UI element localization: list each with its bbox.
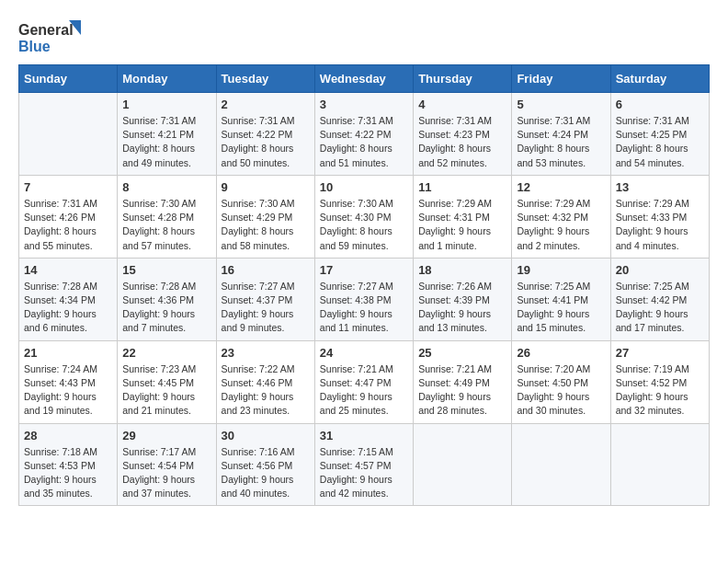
day-info: Sunrise: 7:19 AMSunset: 4:52 PMDaylight:… — [616, 362, 704, 419]
day-number: 4 — [418, 98, 506, 111]
calendar-day-cell: 27Sunrise: 7:19 AMSunset: 4:52 PMDayligh… — [610, 340, 709, 423]
day-info: Sunrise: 7:21 AMSunset: 4:47 PMDaylight:… — [320, 362, 408, 419]
day-number: 9 — [222, 180, 310, 194]
calendar-day-cell: 26Sunrise: 7:20 AMSunset: 4:50 PMDayligh… — [512, 340, 610, 423]
day-info: Sunrise: 7:27 AMSunset: 4:38 PMDaylight:… — [320, 280, 408, 336]
calendar-table: SundayMondayTuesdayWednesdayThursdayFrid… — [18, 64, 710, 506]
calendar-day-cell: 23Sunrise: 7:22 AMSunset: 4:46 PMDayligh… — [216, 340, 314, 423]
day-info: Sunrise: 7:30 AMSunset: 4:30 PMDaylight:… — [320, 197, 408, 253]
day-number: 26 — [517, 346, 605, 360]
day-number: 28 — [24, 429, 112, 442]
calendar-day-cell: 11Sunrise: 7:29 AMSunset: 4:31 PMDayligh… — [414, 175, 512, 258]
day-number: 24 — [320, 346, 408, 360]
day-number: 18 — [418, 263, 506, 277]
day-number: 22 — [122, 346, 210, 360]
day-number: 30 — [222, 429, 310, 442]
day-info: Sunrise: 7:15 AMSunset: 4:57 PMDaylight:… — [320, 445, 408, 501]
calendar-week-row: 14Sunrise: 7:28 AMSunset: 4:34 PMDayligh… — [19, 258, 710, 340]
day-info: Sunrise: 7:31 AMSunset: 4:22 PMDaylight:… — [222, 114, 310, 170]
day-number: 8 — [122, 180, 210, 194]
day-number: 20 — [616, 263, 704, 277]
calendar-day-cell: 14Sunrise: 7:28 AMSunset: 4:34 PMDayligh… — [19, 258, 118, 340]
day-info: Sunrise: 7:29 AMSunset: 4:32 PMDaylight:… — [517, 197, 605, 253]
calendar-week-row: 7Sunrise: 7:31 AMSunset: 4:26 PMDaylight… — [19, 175, 710, 258]
day-info: Sunrise: 7:31 AMSunset: 4:26 PMDaylight:… — [24, 197, 112, 253]
day-number: 25 — [418, 346, 506, 360]
calendar-day-cell: 10Sunrise: 7:30 AMSunset: 4:30 PMDayligh… — [314, 175, 413, 258]
day-info: Sunrise: 7:28 AMSunset: 4:36 PMDaylight:… — [122, 280, 210, 336]
day-number: 21 — [24, 346, 112, 360]
calendar-week-row: 28Sunrise: 7:18 AMSunset: 4:53 PMDayligh… — [19, 423, 710, 506]
day-info: Sunrise: 7:18 AMSunset: 4:53 PMDaylight:… — [24, 445, 112, 501]
day-info: Sunrise: 7:24 AMSunset: 4:43 PMDaylight:… — [24, 362, 112, 419]
day-info: Sunrise: 7:22 AMSunset: 4:46 PMDaylight:… — [222, 362, 310, 419]
day-info: Sunrise: 7:31 AMSunset: 4:21 PMDaylight:… — [122, 114, 210, 170]
day-number: 7 — [24, 180, 112, 194]
calendar-day-cell: 16Sunrise: 7:27 AMSunset: 4:37 PMDayligh… — [216, 258, 314, 340]
weekday-header-saturday: Saturday — [610, 65, 709, 93]
day-info: Sunrise: 7:29 AMSunset: 4:33 PMDaylight:… — [616, 197, 704, 253]
day-info: Sunrise: 7:23 AMSunset: 4:45 PMDaylight:… — [122, 362, 210, 419]
logo: GeneralBlue — [18, 18, 83, 55]
calendar-day-cell: 2Sunrise: 7:31 AMSunset: 4:22 PMDaylight… — [216, 93, 314, 176]
day-number: 6 — [616, 98, 704, 111]
calendar-day-cell: 13Sunrise: 7:29 AMSunset: 4:33 PMDayligh… — [610, 175, 709, 258]
weekday-header-sunday: Sunday — [19, 65, 118, 93]
weekday-header-row: SundayMondayTuesdayWednesdayThursdayFrid… — [19, 65, 710, 93]
day-info: Sunrise: 7:27 AMSunset: 4:37 PMDaylight:… — [222, 280, 310, 336]
day-info: Sunrise: 7:31 AMSunset: 4:24 PMDaylight:… — [517, 114, 605, 170]
day-number: 31 — [320, 429, 408, 442]
day-info: Sunrise: 7:16 AMSunset: 4:56 PMDaylight:… — [222, 445, 310, 501]
calendar-day-cell: 8Sunrise: 7:30 AMSunset: 4:28 PMDaylight… — [118, 175, 216, 258]
logo-svg: GeneralBlue — [18, 18, 83, 55]
svg-text:Blue: Blue — [18, 39, 51, 54]
calendar-day-cell: 24Sunrise: 7:21 AMSunset: 4:47 PMDayligh… — [314, 340, 413, 423]
svg-text:General: General — [18, 22, 74, 38]
calendar-day-cell: 15Sunrise: 7:28 AMSunset: 4:36 PMDayligh… — [118, 258, 216, 340]
weekday-header-thursday: Thursday — [414, 65, 512, 93]
weekday-header-monday: Monday — [118, 65, 216, 93]
day-number: 14 — [24, 263, 112, 277]
calendar-day-cell: 9Sunrise: 7:30 AMSunset: 4:29 PMDaylight… — [216, 175, 314, 258]
day-info: Sunrise: 7:21 AMSunset: 4:49 PMDaylight:… — [418, 362, 506, 419]
calendar-week-row: 21Sunrise: 7:24 AMSunset: 4:43 PMDayligh… — [19, 340, 710, 423]
calendar-day-cell: 28Sunrise: 7:18 AMSunset: 4:53 PMDayligh… — [19, 423, 118, 506]
calendar-day-cell: 17Sunrise: 7:27 AMSunset: 4:38 PMDayligh… — [314, 258, 413, 340]
day-info: Sunrise: 7:30 AMSunset: 4:29 PMDaylight:… — [222, 197, 310, 253]
day-number: 16 — [222, 263, 310, 277]
day-info: Sunrise: 7:31 AMSunset: 4:23 PMDaylight:… — [418, 114, 506, 170]
day-info: Sunrise: 7:17 AMSunset: 4:54 PMDaylight:… — [122, 445, 210, 501]
calendar-day-cell: 18Sunrise: 7:26 AMSunset: 4:39 PMDayligh… — [414, 258, 512, 340]
page-header: GeneralBlue — [18, 18, 710, 55]
day-number: 10 — [320, 180, 408, 194]
calendar-day-cell: 25Sunrise: 7:21 AMSunset: 4:49 PMDayligh… — [414, 340, 512, 423]
day-info: Sunrise: 7:20 AMSunset: 4:50 PMDaylight:… — [517, 362, 605, 419]
calendar-day-cell: 21Sunrise: 7:24 AMSunset: 4:43 PMDayligh… — [19, 340, 118, 423]
calendar-day-cell: 7Sunrise: 7:31 AMSunset: 4:26 PMDaylight… — [19, 175, 118, 258]
day-number: 19 — [517, 263, 605, 277]
day-number: 27 — [616, 346, 704, 360]
day-info: Sunrise: 7:25 AMSunset: 4:41 PMDaylight:… — [517, 280, 605, 336]
calendar-day-cell — [512, 423, 610, 506]
calendar-day-cell: 6Sunrise: 7:31 AMSunset: 4:25 PMDaylight… — [610, 93, 709, 176]
day-info: Sunrise: 7:29 AMSunset: 4:31 PMDaylight:… — [418, 197, 506, 253]
day-info: Sunrise: 7:26 AMSunset: 4:39 PMDaylight:… — [418, 280, 506, 336]
day-number: 13 — [616, 180, 704, 194]
day-number: 17 — [320, 263, 408, 277]
calendar-day-cell — [19, 93, 118, 176]
day-number: 11 — [418, 180, 506, 194]
day-info: Sunrise: 7:31 AMSunset: 4:25 PMDaylight:… — [616, 114, 704, 170]
calendar-day-cell: 5Sunrise: 7:31 AMSunset: 4:24 PMDaylight… — [512, 93, 610, 176]
calendar-day-cell: 29Sunrise: 7:17 AMSunset: 4:54 PMDayligh… — [118, 423, 216, 506]
calendar-day-cell: 1Sunrise: 7:31 AMSunset: 4:21 PMDaylight… — [118, 93, 216, 176]
day-info: Sunrise: 7:31 AMSunset: 4:22 PMDaylight:… — [320, 114, 408, 170]
day-number: 2 — [222, 98, 310, 111]
calendar-day-cell: 4Sunrise: 7:31 AMSunset: 4:23 PMDaylight… — [414, 93, 512, 176]
calendar-day-cell: 20Sunrise: 7:25 AMSunset: 4:42 PMDayligh… — [610, 258, 709, 340]
weekday-header-friday: Friday — [512, 65, 610, 93]
day-number: 5 — [517, 98, 605, 111]
day-number: 23 — [222, 346, 310, 360]
day-number: 15 — [122, 263, 210, 277]
weekday-header-wednesday: Wednesday — [314, 65, 413, 93]
calendar-week-row: 1Sunrise: 7:31 AMSunset: 4:21 PMDaylight… — [19, 93, 710, 176]
